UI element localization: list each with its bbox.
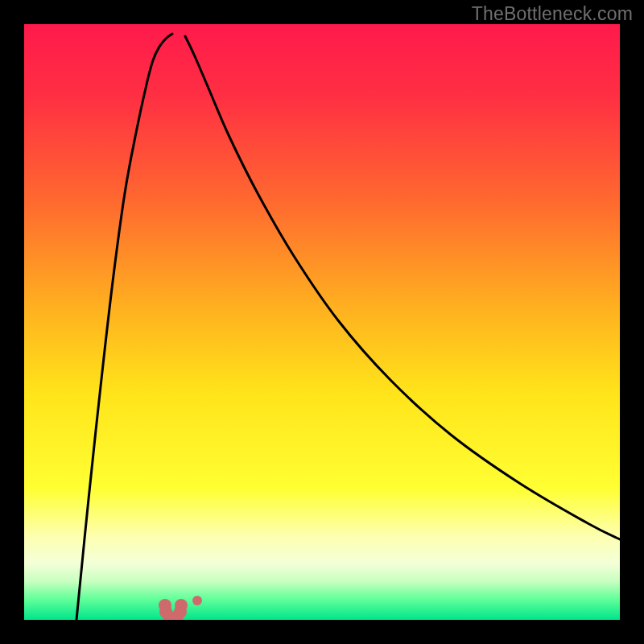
watermark-text: TheBottleneck.com	[472, 3, 633, 25]
plot-area	[24, 24, 620, 620]
marker-u-right-top	[175, 599, 188, 612]
curve-layer	[24, 24, 620, 620]
marker-dot-right	[192, 596, 202, 605]
marker-group	[159, 596, 202, 620]
left-curve	[76, 34, 172, 620]
right-curve	[185, 36, 620, 539]
outer-frame: TheBottleneck.com	[0, 0, 644, 644]
